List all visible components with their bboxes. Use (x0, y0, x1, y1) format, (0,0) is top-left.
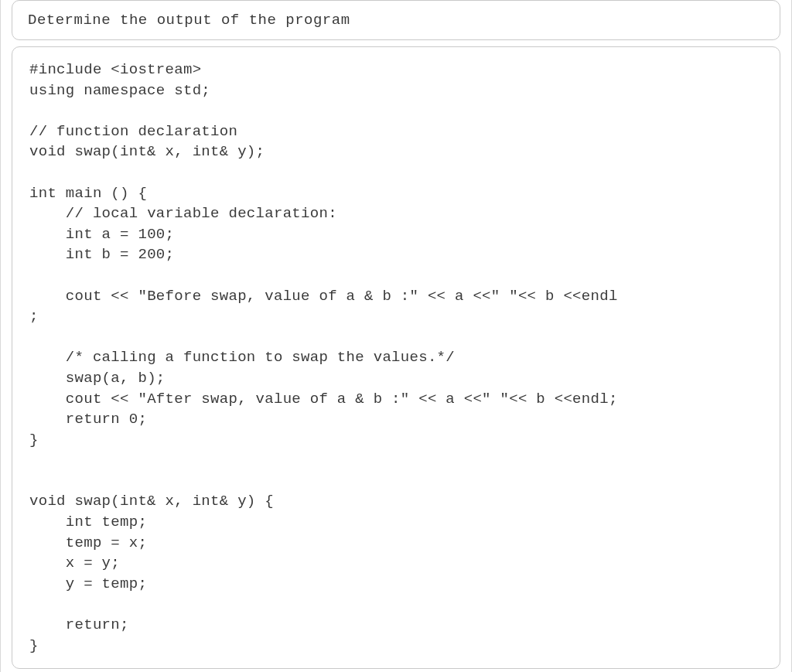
code-block: #include <iostream> using namespace std;… (12, 46, 780, 669)
page-container: Determine the output of the program #inc… (0, 0, 792, 672)
code-content: #include <iostream> using namespace std;… (29, 61, 618, 654)
question-prompt-text: Determine the output of the program (28, 12, 350, 29)
question-prompt-box: Determine the output of the program (12, 0, 780, 40)
